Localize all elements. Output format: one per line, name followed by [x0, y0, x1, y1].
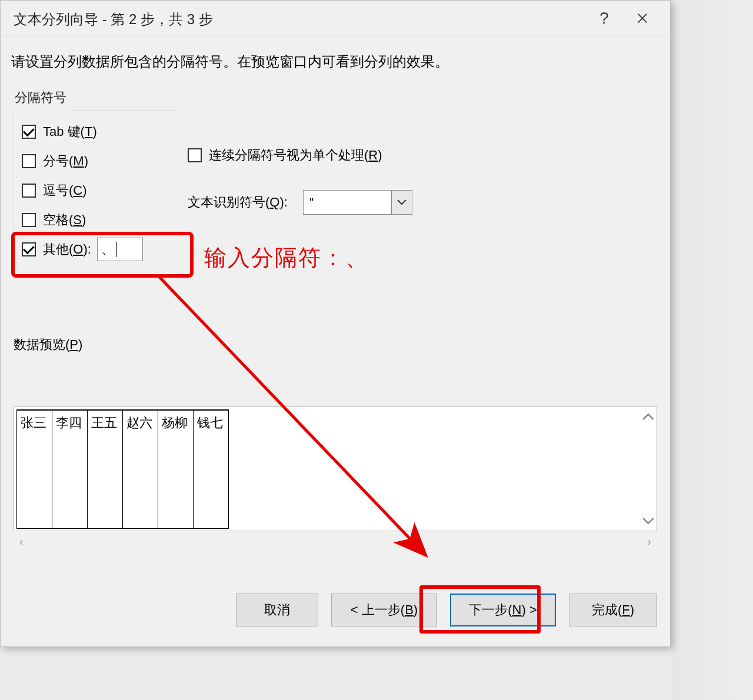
treat-consecutive-checkbox[interactable]	[188, 148, 202, 162]
chevron-down-icon	[397, 199, 407, 205]
preview-cell: 王五	[88, 410, 123, 529]
delimiter-other-row[interactable]: 其他(O): 、	[22, 235, 178, 264]
text-qualifier-combo[interactable]: "	[303, 190, 412, 215]
data-preview-group: 数据预览(P) 张三 李四 王五 赵六 杨柳 钱七	[14, 336, 657, 551]
text-qualifier-dropdown-button[interactable]	[391, 190, 412, 215]
annotation-text: 输入分隔符：、	[204, 243, 369, 273]
delimiter-comma-row[interactable]: 逗号(C)	[22, 176, 178, 205]
scroll-left-icon: ‹	[19, 535, 24, 548]
delimiter-other-checkbox[interactable]	[22, 242, 36, 256]
back-button[interactable]: < 上一步(B)	[331, 594, 437, 626]
dialog-body: 请设置分列数据所包含的分隔符号。在预览窗口内可看到分列的效果。 分隔符号 Tab…	[1, 36, 670, 264]
instruction-text: 请设置分列数据所包含的分隔符号。在预览窗口内可看到分列的效果。	[11, 52, 662, 71]
text-qualifier-row: 文本识别符号(Q): "	[188, 190, 588, 215]
background-strip-bottom	[0, 647, 671, 700]
help-button[interactable]: ?	[587, 4, 622, 32]
text-to-columns-wizard-dialog: 文本分列向导 - 第 2 步，共 3 步 ? 请设置分列数据所包含的分隔符号。在…	[0, 0, 671, 647]
background-strip	[671, 0, 753, 700]
close-icon	[636, 12, 649, 25]
delimiter-other-input[interactable]: 、	[97, 238, 143, 261]
delimiters-box: Tab 键(T) 分号(M) 逗号(C)	[14, 110, 178, 264]
delimiter-semicolon-row[interactable]: 分号(M)	[22, 146, 178, 176]
right-options: 连续分隔符号视为单个处理(R) 文本识别符号(Q): "	[188, 141, 588, 215]
preview-cell: 杨柳	[158, 410, 194, 529]
delimiter-other-value: 、	[101, 241, 114, 258]
dialog-title: 文本分列向导 - 第 2 步，共 3 步	[14, 10, 587, 29]
delimiter-semicolon-checkbox[interactable]	[22, 154, 36, 168]
scroll-right-icon: ›	[647, 535, 651, 548]
delimiter-space-row[interactable]: 空格(S)	[22, 205, 178, 235]
delimiters-group-label: 分隔符号	[14, 89, 658, 106]
cancel-button[interactable]: 取消	[236, 594, 318, 626]
scroll-down-icon	[642, 515, 654, 527]
close-button[interactable]	[622, 4, 663, 32]
delimiter-space-checkbox[interactable]	[22, 213, 36, 227]
data-preview-table: 张三 李四 王五 赵六 杨柳 钱七	[16, 409, 229, 529]
next-button[interactable]: 下一步(N) >	[450, 594, 556, 626]
titlebar: 文本分列向导 - 第 2 步，共 3 步 ?	[1, 1, 670, 36]
treat-consecutive-row[interactable]: 连续分隔符号视为单个处理(R)	[188, 141, 588, 170]
delimiter-tab-row[interactable]: Tab 键(T)	[22, 117, 178, 146]
text-caret	[116, 242, 117, 257]
data-preview-label: 数据预览(P)	[14, 336, 657, 354]
preview-cell: 张三	[17, 410, 52, 529]
button-row: 取消 < 上一步(B) 下一步(N) > 完成(F)	[236, 594, 657, 626]
data-preview-area: 张三 李四 王五 赵六 杨柳 钱七	[14, 406, 657, 531]
scroll-up-icon	[642, 411, 654, 422]
preview-horizontal-scrollbar[interactable]: ‹ ›	[14, 531, 657, 551]
preview-cell: 李四	[52, 410, 88, 529]
text-qualifier-label: 文本识别符号(Q):	[188, 194, 288, 211]
preview-cell: 赵六	[123, 410, 158, 529]
text-qualifier-value[interactable]: "	[303, 190, 391, 215]
delimiter-comma-checkbox[interactable]	[22, 184, 36, 198]
preview-cell: 钱七	[194, 410, 229, 529]
finish-button[interactable]: 完成(F)	[569, 594, 657, 626]
preview-vertical-scrollbar[interactable]	[640, 407, 657, 531]
delimiter-tab-checkbox[interactable]	[22, 125, 36, 139]
table-row: 张三 李四 王五 赵六 杨柳 钱七	[17, 410, 229, 529]
